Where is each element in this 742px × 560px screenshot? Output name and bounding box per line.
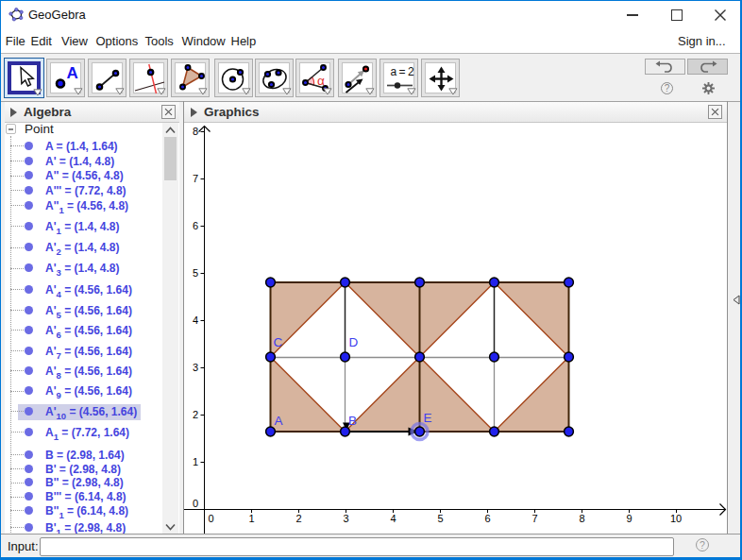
svg-text:A: A (275, 414, 283, 428)
svg-text:4: 4 (391, 513, 396, 524)
svg-text:0: 0 (209, 513, 214, 524)
svg-text:C: C (274, 335, 283, 349)
svg-text:B: B (348, 414, 357, 428)
svg-text:1: 1 (249, 513, 255, 524)
svg-text:1: 1 (193, 456, 198, 467)
svg-text:5: 5 (438, 513, 444, 524)
svg-text:3: 3 (193, 362, 198, 373)
svg-text:6: 6 (193, 220, 198, 231)
svg-text:9: 9 (627, 513, 632, 524)
svg-text:7: 7 (532, 513, 538, 524)
svg-text:D: D (349, 335, 359, 349)
svg-text:6: 6 (485, 513, 491, 524)
svg-text:2: 2 (296, 513, 302, 524)
svg-text:4: 4 (193, 314, 198, 326)
svg-text:2: 2 (193, 409, 198, 420)
svg-text:8: 8 (193, 126, 198, 137)
svg-text:E: E (424, 411, 432, 425)
svg-text:A: A (67, 64, 78, 82)
svg-text:0: 0 (193, 498, 198, 509)
svg-text:8: 8 (580, 513, 585, 524)
svg-text:5: 5 (193, 267, 198, 279)
svg-text:3: 3 (344, 513, 349, 524)
svg-text:10: 10 (670, 513, 682, 524)
svg-text:7: 7 (193, 173, 198, 184)
svg-text:a = 2: a = 2 (391, 65, 414, 78)
